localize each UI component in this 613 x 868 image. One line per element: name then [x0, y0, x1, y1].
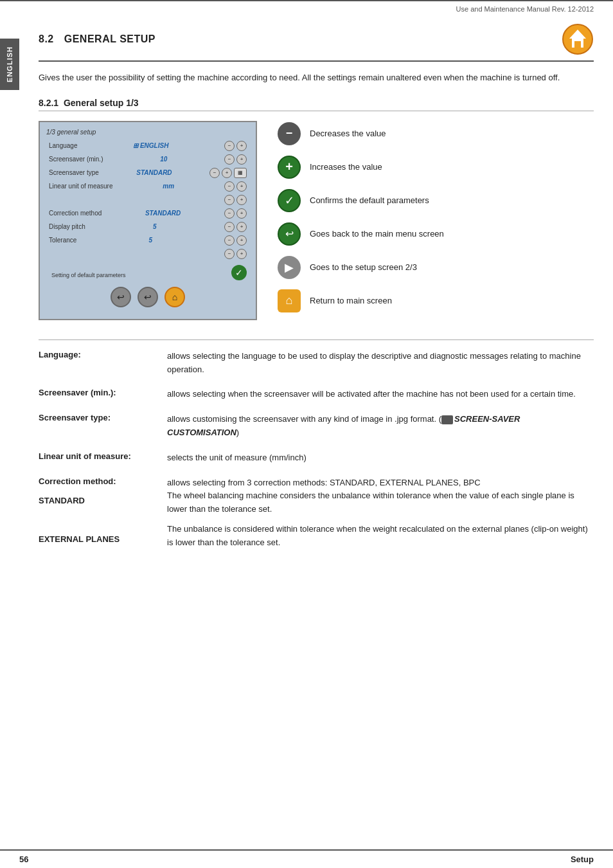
screen-row-display-pitch: Display pitch 5 − +: [46, 222, 249, 232]
back-icon: ↩: [276, 221, 302, 247]
legend-confirm-text: Confirms the default parameters: [310, 195, 429, 205]
term-screensaver-type: Screensaver type:: [39, 413, 154, 422]
ctrl-plus-empty1[interactable]: +: [236, 195, 247, 205]
ctrl-minus-pitch[interactable]: −: [224, 222, 235, 232]
plus-icon: +: [278, 156, 301, 179]
details-section: Language: allows selecting the language …: [39, 350, 594, 550]
screen-row-tolerance: Tolerance 5 − +: [46, 235, 249, 246]
screen-bottom-buttons: ↩ ↩ ⌂: [46, 287, 249, 307]
screen-mockup: 1/3 general setup Language ⊞ ENGLISH − +…: [39, 121, 257, 320]
home-legend-icon: ⌂: [276, 288, 302, 314]
term-correction: Correction method:STANDARDEXTERNAL PLANE…: [39, 476, 154, 544]
divider: [39, 339, 594, 340]
ctrl-minus-linear-unit[interactable]: −: [224, 181, 235, 192]
confirm-icon: ✓: [276, 188, 302, 213]
sidebar-label: ENGLISH: [6, 46, 13, 82]
ctrl-plus-screensaver[interactable]: +: [236, 154, 247, 165]
term-linear-unit: Linear unit of measure:: [39, 451, 154, 461]
term-screensaver-min: Screensaver (min.):: [39, 388, 154, 397]
screen-row-screensaver-min: Screensaver (min.) 10 − +: [46, 154, 249, 165]
screen-row-empty2: − +: [46, 249, 249, 259]
increase-icon: +: [276, 154, 302, 180]
screen-row-screensaver-type: Screensaver type STANDARD − + ▦: [46, 168, 249, 178]
ctrl-plus-language[interactable]: +: [236, 141, 247, 151]
def-screensaver-min: allows selecting when the screensaver wi…: [167, 388, 594, 401]
page-number: 56: [19, 854, 28, 864]
ctrl-plus-empty2[interactable]: +: [236, 249, 247, 259]
ctrl-plus-linear-unit[interactable]: +: [236, 181, 247, 192]
ctrl-minus-language[interactable]: −: [224, 141, 235, 151]
screen-footer-text: Setting of default parameters: [49, 272, 129, 278]
main-content: 8.2 GENERAL SETUP Gives the user the pos…: [26, 17, 613, 581]
detail-screensaver-type: Screensaver type: allows customising the…: [39, 413, 594, 440]
home-button-icon: ⌂: [278, 289, 301, 312]
def-language: allows selecting the language to be used…: [167, 350, 594, 377]
legend-item-next: ▶ Goes to the setup screen 2/3: [276, 255, 594, 280]
ctrl-minus-screensaver-type[interactable]: −: [209, 168, 220, 178]
ctrl-minus-empty1[interactable]: −: [224, 195, 235, 205]
def-linear-unit: selects the unit of measure (mm/inch): [167, 451, 594, 465]
arrow-right-icon: ▶: [278, 256, 301, 279]
diagram-area: 1/3 general setup Language ⊞ ENGLISH − +…: [39, 121, 594, 320]
ctrl-plus-screensaver-type[interactable]: +: [222, 168, 232, 178]
detail-correction: Correction method:STANDARDEXTERNAL PLANE…: [39, 476, 594, 550]
legend-decrease-text: Decreases the value: [310, 129, 386, 138]
def-screensaver-type: allows customising the screensaver with …: [167, 413, 594, 440]
legend-item-confirm: ✓ Confirms the default parameters: [276, 188, 594, 213]
screen-btn-back2[interactable]: ↩: [138, 287, 158, 307]
legend-item-increase: + Increases the value: [276, 154, 594, 180]
ctrl-plus-correction[interactable]: +: [236, 208, 247, 219]
checkmark-icon: ✓: [278, 189, 301, 212]
top-bar: Use and Maintenance Manual Rev. 12-2012: [0, 0, 613, 17]
detail-screensaver-min: Screensaver (min.): allows selecting whe…: [39, 388, 594, 401]
ctrl-minus-tolerance[interactable]: −: [224, 235, 235, 246]
legend-increase-text: Increases the value: [310, 162, 382, 172]
screensaver-small-icon: [441, 415, 453, 424]
term-language: Language:: [39, 350, 154, 359]
screen-row-linear-unit: Linear unit of measure mm − +: [46, 181, 249, 192]
ctrl-extra-screensaver-type[interactable]: ▦: [234, 168, 247, 178]
legend-home-text: Return to main screen: [310, 296, 392, 305]
legend-next-text: Goes to the setup screen 2/3: [310, 262, 417, 272]
detail-linear-unit: Linear unit of measure: selects the unit…: [39, 451, 594, 465]
check-icon-screen[interactable]: ✓: [231, 265, 247, 280]
legend-item-home: ⌂ Return to main screen: [276, 288, 594, 314]
screen-btn-home[interactable]: ⌂: [164, 287, 185, 307]
screen-title: 1/3 general setup: [46, 129, 249, 136]
minus-icon: −: [278, 122, 301, 145]
page-label: Setup: [571, 854, 594, 864]
ctrl-plus-pitch[interactable]: +: [236, 222, 247, 232]
description-text: Gives the user the possibility of settin…: [39, 71, 594, 85]
section-header: 8.2 GENERAL SETUP: [39, 23, 594, 62]
home-icon: [562, 23, 594, 55]
section-number: 8.2: [39, 33, 54, 45]
ctrl-minus-screensaver[interactable]: −: [224, 154, 235, 165]
ctrl-minus-empty2[interactable]: −: [224, 249, 235, 259]
next-icon: ▶: [276, 255, 302, 280]
back-arrow-icon: ↩: [278, 222, 301, 246]
section-title: GENERAL SETUP: [64, 33, 155, 45]
screen-btn-back[interactable]: ↩: [111, 287, 131, 307]
subsection-title: 8.2.1 General setup 1/3: [39, 98, 594, 111]
ctrl-minus-correction[interactable]: −: [224, 208, 235, 219]
svg-rect-2: [574, 41, 581, 48]
def-correction: allows selecting from 3 correction metho…: [167, 476, 594, 550]
legend-area: − Decreases the value + Increases the va…: [276, 121, 594, 314]
screen-footer-area: Setting of default parameters ✓: [46, 262, 249, 280]
legend-item-back: ↩ Goes back to the main menu screen: [276, 221, 594, 247]
screen-row-correction: Correction method STANDARD − +: [46, 208, 249, 219]
sidebar: ENGLISH: [0, 39, 19, 90]
legend-back-text: Goes back to the main menu screen: [310, 229, 444, 239]
detail-language: Language: allows selecting the language …: [39, 350, 594, 377]
screen-row-empty1: − +: [46, 195, 249, 205]
ctrl-plus-tolerance[interactable]: +: [236, 235, 247, 246]
screen-row-language: Language ⊞ ENGLISH − +: [46, 141, 249, 151]
manual-title: Use and Maintenance Manual Rev. 12-2012: [456, 5, 594, 13]
bottom-bar: 56 Setup: [0, 849, 613, 868]
legend-item-decrease: − Decreases the value: [276, 121, 594, 147]
decrease-icon: −: [276, 121, 302, 147]
